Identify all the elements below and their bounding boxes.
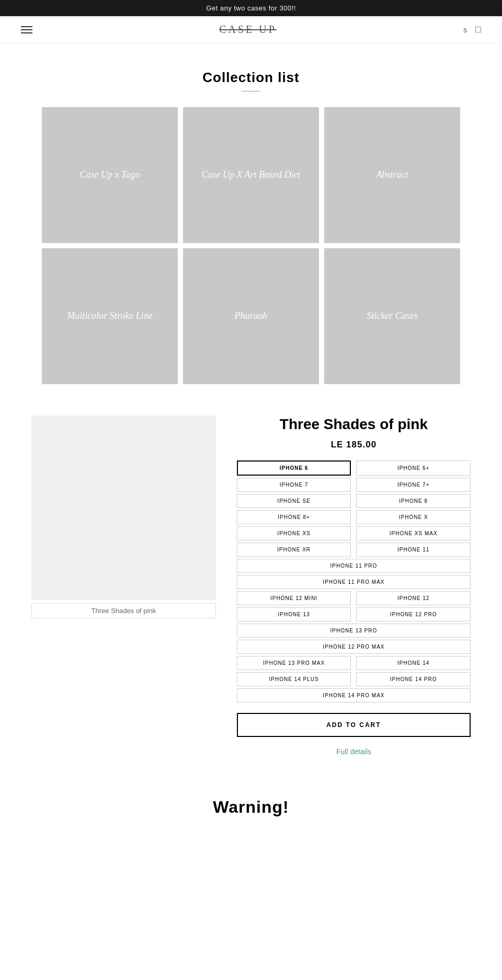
variant-btn-3[interactable]: IPHONE 7+: [356, 478, 471, 492]
search-icon[interactable]: s: [463, 26, 467, 34]
variant-btn-19[interactable]: IPHONE 12 PRO MAX: [237, 640, 471, 654]
full-details-link[interactable]: Full details: [237, 747, 471, 756]
header: CASE UP s □: [0, 16, 502, 43]
variant-btn-12[interactable]: IPHONE 11 PRO: [237, 559, 471, 573]
variant-btn-10[interactable]: IPHONE XR: [237, 543, 351, 557]
title-divider: [242, 91, 260, 91]
product-name: Three Shades of pink: [237, 416, 471, 433]
collection-section: Collection list Case Up x TagoCase Up X …: [0, 43, 502, 405]
collection-item-label-4: Pharaoh: [230, 304, 273, 328]
variant-btn-20[interactable]: IPHONE 13 PRO MAX: [237, 656, 351, 670]
collection-item-label-1: Case Up X Art Based Diet: [196, 163, 305, 187]
variant-btn-9[interactable]: IPHONE XS MAX: [356, 526, 471, 540]
product-image-label[interactable]: [31, 603, 216, 618]
variant-btn-15[interactable]: IPHONE 12: [356, 591, 471, 605]
collection-item-label-3: Multicolor Stroke Line: [62, 304, 157, 328]
variant-btn-2[interactable]: IPHONE 7: [237, 478, 351, 492]
product-details-col: Three Shades of pink LE 185.00 IPHONE 6I…: [237, 416, 471, 756]
variant-btn-17[interactable]: IPHONE 12 PRO: [356, 607, 471, 621]
collection-item-label-2: Abstract: [371, 163, 414, 187]
variant-btn-8[interactable]: IPHONE XS: [237, 526, 351, 540]
variant-btn-16[interactable]: IPHONE 13: [237, 607, 351, 621]
variant-btn-11[interactable]: IPHONE 11: [356, 543, 471, 557]
collection-item-0[interactable]: Case Up x Tago: [42, 107, 178, 243]
collection-item-label-5: Sticker Cases: [361, 304, 423, 328]
product-image: [31, 416, 216, 600]
variant-btn-13[interactable]: IPHONE 11 PRO MAX: [237, 575, 471, 589]
product-image-col: [31, 416, 216, 618]
announcement-text: Get any two cases for 300!!: [206, 4, 296, 12]
variant-btn-1[interactable]: IPHONE 6+: [356, 460, 471, 476]
variant-btn-4[interactable]: IPHONE SE: [237, 494, 351, 508]
hamburger-menu[interactable]: [21, 26, 32, 33]
variant-btn-5[interactable]: IPHONE 8: [356, 494, 471, 508]
collection-item-1[interactable]: Case Up X Art Based Diet: [183, 107, 319, 243]
warning-section: Warning!: [0, 777, 502, 827]
variant-btn-22[interactable]: IPHONE 14 PLUS: [237, 672, 351, 686]
collection-grid: Case Up x TagoCase Up X Art Based DietAb…: [42, 107, 460, 384]
collection-item-3[interactable]: Multicolor Stroke Line: [42, 248, 178, 384]
collection-item-4[interactable]: Pharaoh: [183, 248, 319, 384]
site-logo[interactable]: CASE UP: [219, 24, 277, 36]
variant-btn-18[interactable]: IPHONE 13 PRO: [237, 624, 471, 638]
collection-title: Collection list: [42, 70, 460, 86]
variant-grid: IPHONE 6IPHONE 6+IPHONE 7IPHONE 7+IPHONE…: [237, 460, 471, 702]
announcement-bar: Get any two cases for 300!!: [0, 0, 502, 16]
header-icons: s □: [463, 24, 481, 35]
collection-item-2[interactable]: Abstract: [324, 107, 460, 243]
variant-btn-0[interactable]: IPHONE 6: [237, 460, 351, 476]
variant-btn-24[interactable]: IPHONE 14 PRO MAX: [237, 688, 471, 702]
warning-title: Warning!: [42, 798, 460, 817]
variant-btn-7[interactable]: IPHONE X: [356, 510, 471, 524]
variant-btn-14[interactable]: IPHONE 12 MINI: [237, 591, 351, 605]
product-price: LE 185.00: [237, 440, 471, 450]
variant-btn-21[interactable]: IPHONE 14: [356, 656, 471, 670]
product-section: Three Shades of pink LE 185.00 IPHONE 6I…: [0, 405, 502, 777]
collection-item-5[interactable]: Sticker Cases: [324, 248, 460, 384]
collection-item-label-0: Case Up x Tago: [75, 163, 145, 187]
variant-btn-23[interactable]: IPHONE 14 PRO: [356, 672, 471, 686]
variant-btn-6[interactable]: IPHONE 8+: [237, 510, 351, 524]
cart-icon[interactable]: □: [475, 24, 481, 35]
add-to-cart-button[interactable]: ADD TO CART: [237, 713, 471, 737]
